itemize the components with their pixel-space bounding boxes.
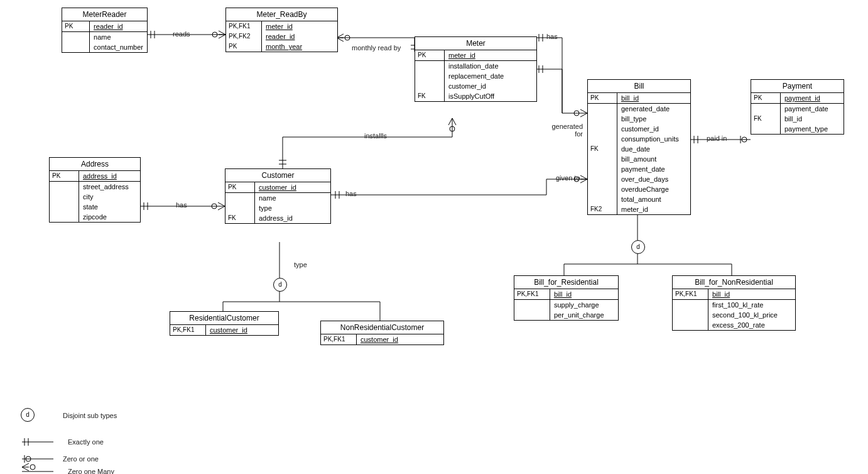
entity-rows: PKbill_id generated_date bill_type custo… (588, 93, 690, 214)
entity-row: FKdue_date (588, 144, 690, 154)
key-cell: PK,FK1 (514, 289, 550, 300)
entity-row: replacement_date (415, 71, 536, 81)
entity-row: overdueCharge (588, 184, 690, 194)
svg-point-3 (212, 32, 217, 37)
entity-rows: PKaddress_id street_address city state z… (50, 171, 140, 222)
key-cell: PK (588, 93, 617, 104)
value-cell: meter_id (617, 204, 691, 214)
entity-rows: PK,FK1bill_id first_100_kl_rate second_1… (673, 289, 795, 330)
entity-meter: Meter PKmeter_id installation_date repla… (415, 36, 537, 102)
entity-row: over_due_days (588, 174, 690, 184)
entity-title: NonResidentialCustomer (321, 321, 443, 334)
entity-row: PKpayment_id (751, 93, 844, 104)
value-cell: bill_type (617, 114, 691, 124)
value-cell: bill_id (708, 289, 796, 300)
value-cell: over_due_days (617, 174, 691, 184)
value-cell: payment_date (617, 164, 691, 174)
value-cell: customer_id (617, 124, 691, 134)
value-cell: customer_id (206, 325, 279, 335)
entity-row: total_amount (588, 194, 690, 204)
entity-rows: PKreader_id name contact_number (62, 21, 147, 52)
entity-row: PKreader_id (62, 21, 147, 32)
key-cell: PK,FK1 (321, 334, 357, 344)
entity-rows: PK,FK1customer_id (321, 334, 443, 344)
value-cell: customer_id (255, 182, 331, 193)
entity-row: consumption_units (588, 134, 690, 144)
entity-row: excess_200_rate (673, 320, 795, 330)
legend-disjoint-text: Disjoint sub types (63, 412, 117, 419)
value-cell: meter_id (262, 21, 338, 31)
entity-row: PKbill_id (588, 93, 690, 104)
svg-point-5 (345, 35, 350, 40)
value-cell: street_address (79, 182, 141, 192)
entity-title: Meter (415, 37, 536, 50)
value-cell: total_amount (617, 194, 691, 204)
key-cell (514, 310, 550, 320)
value-cell: excess_200_rate (708, 320, 796, 330)
svg-point-31 (450, 126, 455, 131)
entity-row: FKaddress_id (225, 213, 330, 223)
key-cell: PK (62, 21, 90, 32)
key-cell (588, 104, 617, 114)
entity-row: PKmeter_id (415, 50, 536, 61)
legend-zero-one-many-text: Zero one Many (68, 468, 114, 474)
value-cell: meter_id (445, 50, 537, 61)
svg-point-55 (26, 456, 31, 461)
svg-point-58 (30, 465, 35, 470)
rel-reads: reads (173, 30, 190, 38)
entity-title: Bill_for_Residential (514, 276, 618, 289)
value-cell: first_100_kl_rate (708, 300, 796, 311)
svg-point-23 (742, 137, 747, 142)
entity-row: FKbill_id (751, 114, 844, 124)
entity-row: supply_charge (514, 300, 618, 311)
value-cell: payment_id (781, 93, 844, 104)
key-cell (225, 193, 255, 204)
value-cell: city (79, 192, 141, 202)
entity-title: Customer (225, 169, 330, 182)
entity-non-residential-customer: NonResidentialCustomer PK,FK1customer_id (320, 321, 444, 345)
value-cell: state (79, 202, 141, 212)
entity-rows: PK,FK1bill_id supply_charge per_unit_cha… (514, 289, 618, 320)
key-cell: FK (588, 144, 617, 154)
key-cell (751, 124, 781, 134)
key-cell: PK,FK1 (226, 21, 262, 31)
value-cell: generated_date (617, 104, 691, 114)
entity-rows: PKpayment_id payment_dateFKbill_id payme… (751, 93, 844, 134)
entity-row: PKmonth_year (226, 41, 337, 52)
entity-row: state (50, 202, 140, 212)
entity-row: generated_date (588, 104, 690, 114)
value-cell: name (255, 193, 331, 204)
key-cell: PK,FK1 (170, 325, 206, 335)
entity-row: per_unit_charge (514, 310, 618, 320)
rel-paid-in: paid in (707, 135, 727, 142)
value-cell: payment_date (781, 104, 844, 114)
key-cell (673, 300, 708, 311)
value-cell: second_100_kl_price (708, 310, 796, 320)
key-cell: PK (50, 171, 79, 182)
key-cell (673, 310, 708, 320)
key-cell (50, 192, 79, 202)
value-cell: customer_id (357, 334, 444, 344)
rel-monthly-read-by: monthly read by (352, 44, 401, 52)
value-cell: bill_amount (617, 154, 691, 164)
entity-row: payment_type (751, 124, 844, 134)
entity-row: FK2meter_id (588, 204, 690, 214)
key-cell: PK (751, 93, 781, 104)
value-cell: reader_id (262, 31, 338, 41)
entity-row: contact_number (62, 42, 147, 52)
key-cell (588, 134, 617, 144)
key-cell: FK (415, 91, 445, 101)
entity-row: PK,FK1meter_id (226, 21, 337, 31)
svg-point-39 (212, 204, 217, 209)
rel-type: type (294, 261, 307, 268)
rel-given-to: given to (556, 174, 580, 182)
key-cell: FK (751, 114, 781, 124)
key-cell (415, 71, 445, 81)
svg-point-29 (574, 111, 579, 116)
entity-title: MeterReader (62, 8, 147, 21)
value-cell: consumption_units (617, 134, 691, 144)
legend-zero-or-one-text: Zero or one (63, 455, 99, 463)
entity-row: PKaddress_id (50, 171, 140, 182)
entity-row: customer_id (588, 124, 690, 134)
entity-row: type (225, 203, 330, 213)
